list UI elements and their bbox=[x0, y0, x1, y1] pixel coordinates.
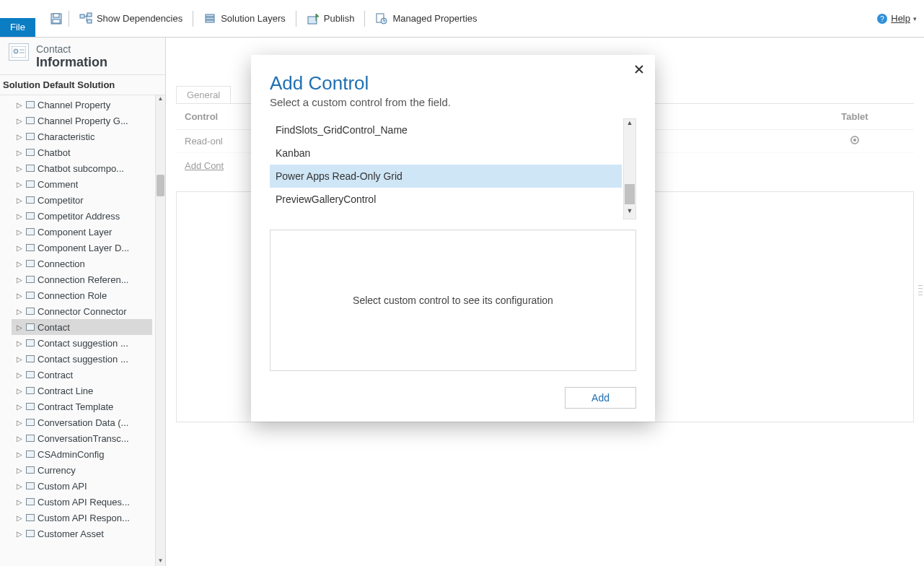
tree-item[interactable]: ▷Comment bbox=[12, 176, 152, 192]
entity-icon bbox=[26, 133, 35, 140]
tree-item[interactable]: ▷Contact bbox=[12, 319, 152, 335]
tree-item[interactable]: ▷CSAdminConfig bbox=[12, 446, 152, 462]
tree-item[interactable]: ▷Connection Role bbox=[12, 287, 152, 303]
entity-icon bbox=[26, 514, 35, 521]
help-label: Help bbox=[891, 13, 910, 24]
expand-icon[interactable]: ▷ bbox=[16, 403, 23, 411]
solution-layers-button[interactable]: Solution Layers bbox=[199, 9, 290, 28]
list-scrollbar[interactable]: ▲ ▼ bbox=[623, 118, 636, 219]
form-name: Information bbox=[36, 55, 107, 70]
navigation-panel: Contact Information Solution Default Sol… bbox=[0, 38, 166, 566]
svg-rect-9 bbox=[308, 17, 317, 24]
tree-item[interactable]: ▷Connector Connector bbox=[12, 303, 152, 319]
control-list-item[interactable]: PreviewGalleryControl bbox=[270, 188, 622, 211]
scroll-up-icon[interactable]: ▲ bbox=[156, 95, 165, 104]
tree-item[interactable]: ▷Channel Property G... bbox=[12, 113, 152, 129]
tree-item[interactable]: ▷Contact suggestion ... bbox=[12, 351, 152, 367]
tree-item-label: CSAdminConfig bbox=[38, 449, 105, 460]
close-button[interactable] bbox=[630, 61, 648, 78]
expand-icon[interactable]: ▷ bbox=[16, 530, 23, 538]
expand-icon[interactable]: ▷ bbox=[16, 117, 23, 125]
expand-icon[interactable]: ▷ bbox=[16, 466, 23, 474]
tree-item[interactable]: ▷Channel Property bbox=[12, 97, 152, 113]
tree-item[interactable]: ▷Custom API bbox=[12, 478, 152, 494]
scroll-thumb[interactable] bbox=[157, 175, 164, 196]
tree-item[interactable]: ▷Competitor Address bbox=[12, 208, 152, 224]
tree-item[interactable]: ▷Contract Template bbox=[12, 399, 152, 414]
tree-item[interactable]: ▷Characteristic bbox=[12, 129, 152, 144]
expand-icon[interactable]: ▷ bbox=[16, 387, 23, 395]
expand-icon[interactable]: ▷ bbox=[16, 228, 23, 236]
tree-item-label: Contact suggestion ... bbox=[38, 338, 128, 349]
dependencies-icon bbox=[79, 12, 92, 25]
expand-icon[interactable]: ▷ bbox=[16, 371, 23, 379]
tree-item[interactable]: ▷Contract Line bbox=[12, 383, 152, 399]
expand-icon[interactable]: ▷ bbox=[16, 355, 23, 363]
expand-icon[interactable]: ▷ bbox=[16, 180, 23, 188]
managed-properties-button[interactable]: Managed Properties bbox=[371, 9, 481, 28]
expand-icon[interactable]: ▷ bbox=[16, 308, 23, 315]
add-button[interactable]: Add bbox=[565, 387, 636, 409]
layers-icon bbox=[203, 12, 216, 25]
expand-icon[interactable]: ▷ bbox=[16, 149, 23, 157]
tree-item[interactable]: ▷Customer Asset bbox=[12, 526, 152, 541]
expand-icon[interactable]: ▷ bbox=[16, 498, 23, 506]
entity-name: Contact bbox=[36, 43, 107, 55]
entity-icon bbox=[26, 165, 35, 172]
save-icon[interactable] bbox=[50, 12, 63, 25]
list-scroll-down-icon[interactable]: ▼ bbox=[624, 207, 635, 219]
scroll-down-icon[interactable]: ▼ bbox=[156, 557, 165, 566]
expand-icon[interactable]: ▷ bbox=[16, 419, 23, 427]
control-list-item[interactable]: Power Apps Read-Only Grid bbox=[270, 165, 622, 188]
tree-item-label: Comment bbox=[38, 179, 78, 190]
tree-item-label: Connector Connector bbox=[38, 306, 127, 317]
control-list-item[interactable]: Kanban bbox=[270, 142, 622, 165]
expand-icon[interactable]: ▷ bbox=[16, 450, 23, 458]
tree-item-label: Custom API Reques... bbox=[38, 497, 130, 508]
expand-icon[interactable]: ▷ bbox=[16, 212, 23, 220]
tree-item[interactable]: ▷ConversationTransc... bbox=[12, 430, 152, 446]
expand-icon[interactable]: ▷ bbox=[16, 323, 23, 331]
expand-icon[interactable]: ▷ bbox=[16, 514, 23, 522]
tree-item[interactable]: ▷Custom API Reques... bbox=[12, 494, 152, 510]
tree-item[interactable]: ▷Conversation Data (... bbox=[12, 414, 152, 430]
entity-icon bbox=[26, 117, 35, 124]
tree-item[interactable]: ▷Component Layer bbox=[12, 224, 152, 240]
tree-item[interactable]: ▷Currency bbox=[12, 462, 152, 478]
show-dependencies-button[interactable]: Show Dependencies bbox=[75, 9, 187, 28]
tree-item[interactable]: ▷Custom API Respon... bbox=[12, 510, 152, 526]
tree-item[interactable]: ▷Competitor bbox=[12, 192, 152, 208]
help-icon: ? bbox=[876, 13, 888, 25]
file-menu-button[interactable]: File bbox=[0, 18, 35, 37]
tree-item[interactable]: ▷Contract bbox=[12, 367, 152, 383]
main-toolbar: File Show Dependencies Solution Layers P… bbox=[0, 0, 924, 38]
control-list-item[interactable]: FindSlots_GridControl_Name bbox=[270, 118, 622, 142]
list-scroll-thumb[interactable] bbox=[625, 184, 635, 204]
list-scroll-up-icon[interactable]: ▲ bbox=[624, 119, 635, 131]
tree-item[interactable]: ▷Connection Referen... bbox=[12, 271, 152, 287]
expand-icon[interactable]: ▷ bbox=[16, 435, 23, 443]
expand-icon[interactable]: ▷ bbox=[16, 244, 23, 252]
expand-icon[interactable]: ▷ bbox=[16, 276, 23, 284]
expand-icon[interactable]: ▷ bbox=[16, 339, 23, 347]
expand-icon[interactable]: ▷ bbox=[16, 292, 23, 300]
tree-scrollbar[interactable]: ▲ ▼ bbox=[155, 95, 165, 566]
tree-item-label: Competitor Address bbox=[38, 211, 120, 222]
tree-item[interactable]: ▷Contact suggestion ... bbox=[12, 335, 152, 351]
tree-item-label: Custom API Respon... bbox=[38, 513, 130, 523]
tree-item-label: Chatbot bbox=[38, 147, 71, 158]
expand-icon[interactable]: ▷ bbox=[16, 133, 23, 141]
expand-icon[interactable]: ▷ bbox=[16, 165, 23, 173]
expand-icon[interactable]: ▷ bbox=[16, 196, 23, 204]
svg-text:?: ? bbox=[880, 15, 884, 23]
expand-icon[interactable]: ▷ bbox=[16, 101, 23, 109]
expand-icon[interactable]: ▷ bbox=[16, 482, 23, 490]
tree-item[interactable]: ▷Chatbot bbox=[12, 144, 152, 160]
publish-button[interactable]: Publish bbox=[302, 9, 359, 28]
tree-item[interactable]: ▷Chatbot subcompo... bbox=[12, 160, 152, 176]
tree-item[interactable]: ▷Component Layer D... bbox=[12, 240, 152, 256]
help-button[interactable]: ? Help ▾ bbox=[876, 13, 924, 25]
tree-item-label: Contract Line bbox=[38, 386, 93, 396]
expand-icon[interactable]: ▷ bbox=[16, 260, 23, 268]
tree-item[interactable]: ▷Connection bbox=[12, 256, 152, 271]
